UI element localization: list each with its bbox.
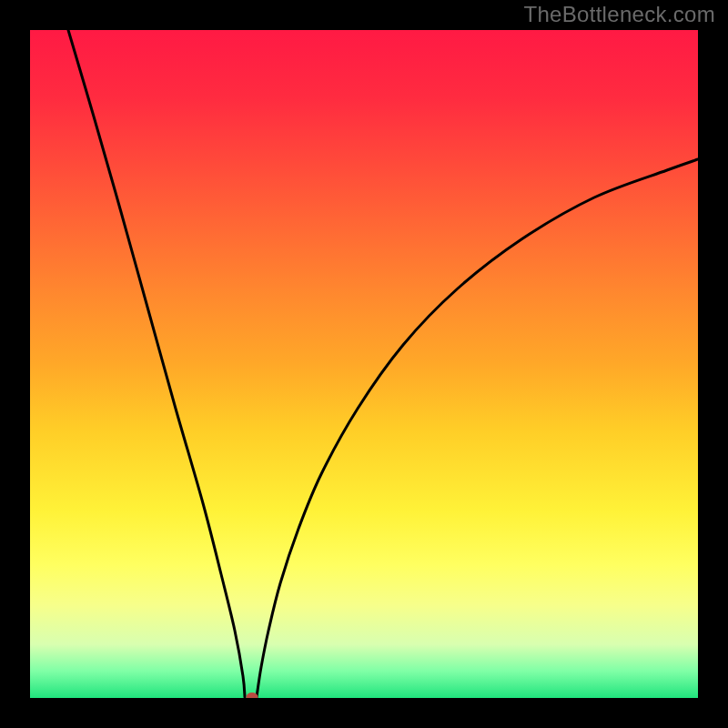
curve-right-branch [257,159,698,697]
curve-left-branch [68,30,245,697]
bottleneck-curve [30,30,698,698]
chart-frame: TheBottleneck.com [0,0,728,728]
minimum-marker-icon [247,693,258,698]
plot-area [30,30,698,698]
watermark-label: TheBottleneck.com [523,2,715,27]
